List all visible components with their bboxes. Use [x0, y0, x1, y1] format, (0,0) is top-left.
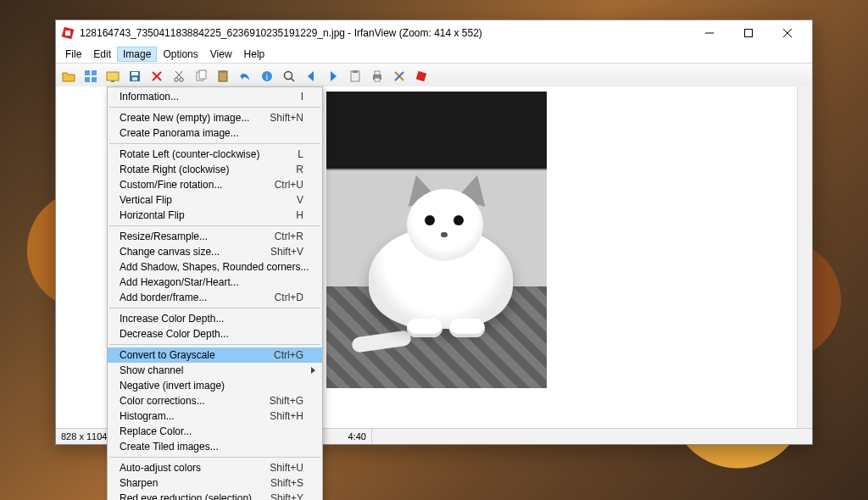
- menu-item-increase-color-depth[interactable]: Increase Color Depth...: [108, 311, 322, 326]
- menu-help[interactable]: Help: [238, 47, 271, 62]
- svg-rect-1: [65, 31, 70, 36]
- minimize-button[interactable]: [690, 20, 729, 46]
- info-icon[interactable]: i: [258, 67, 276, 86]
- svg-rect-3: [745, 30, 753, 37]
- delete-icon[interactable]: [147, 67, 166, 86]
- menu-item-negative-invert-image[interactable]: Negative (invert image): [108, 378, 322, 393]
- menu-item-shortcut: Shift+V: [270, 246, 303, 258]
- menu-item-label: Red eye reduction (selection): [120, 492, 259, 500]
- menu-separator: [109, 344, 320, 345]
- menu-item-shortcut: Ctrl+D: [275, 292, 303, 303]
- menu-item-shortcut: Shift+H: [270, 410, 303, 422]
- menu-item-rotate-left-counter-clockwise[interactable]: Rotate Left (counter-clockwise)L: [108, 147, 322, 162]
- menu-item-shortcut: Shift+U: [270, 462, 303, 474]
- menu-item-add-shadow-shapes-rounded-corners[interactable]: Add Shadow, Shapes, Rounded corners...: [108, 259, 322, 275]
- svg-rect-30: [353, 70, 358, 73]
- menu-item-label: Change canvas size...: [120, 246, 259, 258]
- menu-item-label: Negative (invert image): [120, 380, 303, 392]
- menu-item-sharpen[interactable]: SharpenShift+S: [108, 475, 322, 491]
- menu-item-label: Auto-adjust colors: [120, 462, 258, 474]
- cut-icon[interactable]: [170, 67, 188, 86]
- displayed-image: [326, 92, 547, 388]
- menu-item-resize-resample[interactable]: Resize/Resample...Ctrl+R: [108, 229, 322, 244]
- menu-item-histogram[interactable]: Histogram...Shift+H: [108, 408, 322, 424]
- menu-item-label: Sharpen: [120, 477, 259, 489]
- svg-rect-6: [85, 70, 90, 75]
- titlebar[interactable]: 128164743_735041183884225_62369102351912…: [56, 20, 812, 46]
- menu-file[interactable]: File: [59, 47, 87, 62]
- menu-item-shortcut: H: [296, 209, 303, 221]
- menu-item-red-eye-reduction-selection[interactable]: Red eye reduction (selection)Shift+Y: [108, 491, 322, 500]
- svg-rect-13: [131, 72, 138, 75]
- menu-item-label: Rotate Right (clockwise): [120, 164, 284, 175]
- svg-rect-36: [416, 71, 427, 82]
- copy-icon[interactable]: [192, 67, 210, 86]
- prev-icon[interactable]: [302, 67, 320, 86]
- svg-rect-24: [220, 70, 225, 73]
- app-icon: [61, 26, 75, 40]
- close-button[interactable]: [768, 20, 807, 46]
- svg-line-19: [176, 71, 182, 78]
- print-icon[interactable]: [368, 67, 387, 86]
- menu-item-shortcut: Ctrl+U: [275, 179, 303, 191]
- content-area: Information...ICreate New (empty) image.…: [56, 86, 812, 429]
- menu-item-create-panorama-image[interactable]: Create Panorama image...: [108, 125, 322, 141]
- menu-item-label: Color corrections...: [120, 395, 258, 407]
- menu-item-label: Resize/Resample...: [120, 231, 263, 242]
- svg-rect-22: [199, 70, 206, 79]
- next-icon[interactable]: [324, 67, 342, 86]
- menu-separator: [109, 107, 320, 108]
- menu-item-vertical-flip[interactable]: Vertical FlipV: [108, 192, 322, 208]
- image-menu-dropdown: Information...ICreate New (empty) image.…: [107, 86, 323, 500]
- menu-separator: [109, 457, 320, 458]
- menu-item-custom-fine-rotation[interactable]: Custom/Fine rotation...Ctrl+U: [108, 177, 322, 192]
- menu-item-label: Convert to Grayscale: [120, 349, 262, 361]
- menubar: FileEditImageOptionsViewHelp: [56, 46, 812, 64]
- menu-item-information[interactable]: Information...I: [108, 89, 322, 104]
- undo-icon[interactable]: [236, 67, 254, 86]
- menu-item-create-new-empty-image[interactable]: Create New (empty) image...Shift+N: [108, 110, 322, 125]
- svg-point-27: [285, 72, 292, 80]
- menu-image[interactable]: Image: [117, 47, 157, 62]
- svg-line-20: [175, 71, 181, 78]
- menu-item-auto-adjust-colors[interactable]: Auto-adjust colorsShift+U: [108, 460, 322, 475]
- menu-item-show-channel[interactable]: Show channel: [108, 363, 322, 378]
- about-icon[interactable]: [412, 67, 431, 86]
- menu-item-horizontal-flip[interactable]: Horizontal FlipH: [108, 208, 322, 223]
- menu-separator: [109, 225, 320, 226]
- svg-text:i: i: [266, 72, 269, 81]
- menu-item-convert-to-grayscale[interactable]: Convert to GrayscaleCtrl+G: [108, 347, 322, 363]
- menu-item-shortcut: L: [298, 148, 303, 160]
- save-icon[interactable]: [125, 67, 144, 86]
- menu-options[interactable]: Options: [157, 47, 203, 62]
- settings-icon[interactable]: [390, 67, 409, 86]
- zoom-in-icon[interactable]: [280, 67, 298, 86]
- slideshow-icon[interactable]: [103, 67, 122, 86]
- window-title: 128164743_735041183884225_62369102351912…: [80, 27, 690, 39]
- menu-item-color-corrections[interactable]: Color corrections...Shift+G: [108, 393, 322, 408]
- menu-view[interactable]: View: [204, 47, 238, 62]
- svg-rect-32: [375, 71, 380, 75]
- menu-item-change-canvas-size[interactable]: Change canvas size...Shift+V: [108, 244, 322, 259]
- menu-item-decrease-color-depth[interactable]: Decrease Color Depth...: [108, 326, 322, 342]
- vertical-scrollbar[interactable]: [797, 86, 812, 429]
- svg-rect-8: [85, 77, 90, 82]
- menu-item-create-tiled-images[interactable]: Create Tiled images...: [108, 439, 322, 454]
- menu-item-label: Information...: [120, 91, 289, 103]
- svg-rect-7: [92, 70, 97, 75]
- menu-item-add-hexagon-star-heart[interactable]: Add Hexagon/Star/Heart...: [108, 275, 322, 290]
- menu-item-shortcut: Shift+Y: [270, 492, 303, 500]
- paste-icon[interactable]: [214, 67, 232, 86]
- menu-edit[interactable]: Edit: [87, 47, 117, 62]
- maximize-button[interactable]: [729, 20, 768, 46]
- menu-item-add-border-frame[interactable]: Add border/frame...Ctrl+D: [108, 290, 322, 305]
- desktop-background: 128164743_735041183884225_62369102351912…: [0, 0, 868, 500]
- menu-item-label: Replace Color...: [120, 425, 303, 437]
- menu-item-rotate-right-clockwise[interactable]: Rotate Right (clockwise)R: [108, 162, 322, 177]
- thumbnails-icon[interactable]: [81, 67, 100, 86]
- open-icon[interactable]: [59, 67, 78, 86]
- menu-item-replace-color[interactable]: Replace Color...: [108, 424, 322, 439]
- menu-item-label: Add Hexagon/Star/Heart...: [120, 276, 303, 288]
- clipboard-icon[interactable]: [346, 67, 364, 86]
- image-viewport[interactable]: [326, 92, 547, 388]
